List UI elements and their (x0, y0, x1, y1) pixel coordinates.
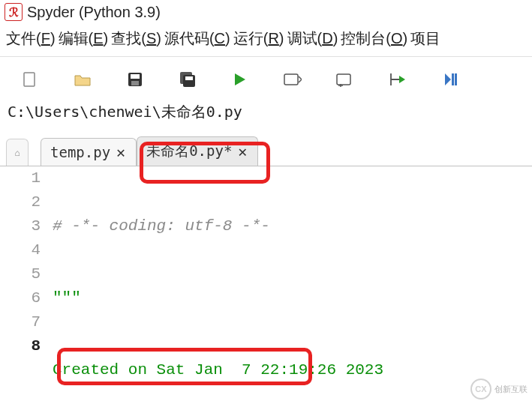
code-line: """ (53, 289, 81, 307)
window-title: Spyder (Python 3.9) (27, 4, 161, 21)
menu-file[interactable]: 文件(F) (6, 28, 56, 49)
code-line: # -*- coding: utf-8 -*- (53, 217, 270, 235)
open-file-button[interactable] (74, 70, 92, 88)
line-gutter: 1 2 3 4 5 6 7 8 (0, 166, 53, 391)
run-selection-button[interactable] (389, 70, 407, 88)
code-line: Created on Sat Jan 7 22:19:26 2023 (53, 361, 383, 379)
tab-label: temp.py (50, 144, 110, 160)
spyder-icon: ℛ (5, 3, 23, 21)
menu-debug[interactable]: 调试(D) (287, 28, 338, 49)
close-icon[interactable]: ✕ (236, 142, 248, 160)
file-path: C:\Users\chenwei\未命名0.py (0, 99, 532, 122)
svg-rect-0 (24, 73, 35, 86)
menu-edit[interactable]: 编辑(E) (59, 28, 109, 49)
debug-button[interactable] (441, 70, 459, 88)
run-cell-advance-button[interactable] (336, 70, 354, 88)
svg-rect-2 (131, 74, 140, 79)
new-file-button[interactable] (21, 70, 39, 88)
svg-rect-10 (455, 73, 457, 85)
watermark-text: 创新互联 (494, 384, 527, 395)
editor-tab-row: ⌂ temp.py ✕ 未命名0.py* ✕ (0, 124, 532, 166)
svg-rect-6 (185, 76, 193, 80)
title-bar: ℛ Spyder (Python 3.9) (0, 0, 532, 24)
run-button[interactable] (231, 70, 249, 88)
tab-temp-py[interactable]: temp.py ✕ (41, 138, 137, 166)
run-cell-button[interactable] (284, 70, 302, 88)
svg-rect-8 (337, 74, 350, 85)
svg-rect-9 (452, 73, 454, 85)
tab-unnamed0-py[interactable]: 未命名0.py* ✕ (137, 136, 258, 166)
code-area[interactable]: # -*- coding: utf-8 -*- """ Created on S… (53, 166, 532, 391)
svg-rect-3 (131, 81, 139, 85)
code-editor[interactable]: 1 2 3 4 5 6 7 8 # -*- coding: utf-8 -*- … (0, 166, 532, 391)
menu-run[interactable]: 运行(R) (233, 28, 284, 49)
save-all-button[interactable] (179, 70, 197, 88)
menu-project[interactable]: 项目 (410, 28, 440, 49)
tab-label: 未命名0.py* (146, 142, 232, 161)
svg-rect-7 (284, 74, 298, 85)
watermark: CX 创新互联 (470, 379, 527, 400)
toolbar (0, 57, 532, 99)
welcome-tab[interactable]: ⌂ (6, 139, 29, 166)
close-icon[interactable]: ✕ (115, 143, 127, 161)
save-button[interactable] (126, 70, 144, 88)
menu-find[interactable]: 查找(S) (111, 28, 161, 49)
menu-console[interactable]: 控制台(O) (341, 28, 407, 49)
watermark-logo-icon: CX (470, 379, 491, 400)
menu-source[interactable]: 源代码(C) (164, 28, 230, 49)
menu-bar: 文件(F) 编辑(E) 查找(S) 源代码(C) 运行(R) 调试(D) 控制台… (0, 24, 532, 57)
